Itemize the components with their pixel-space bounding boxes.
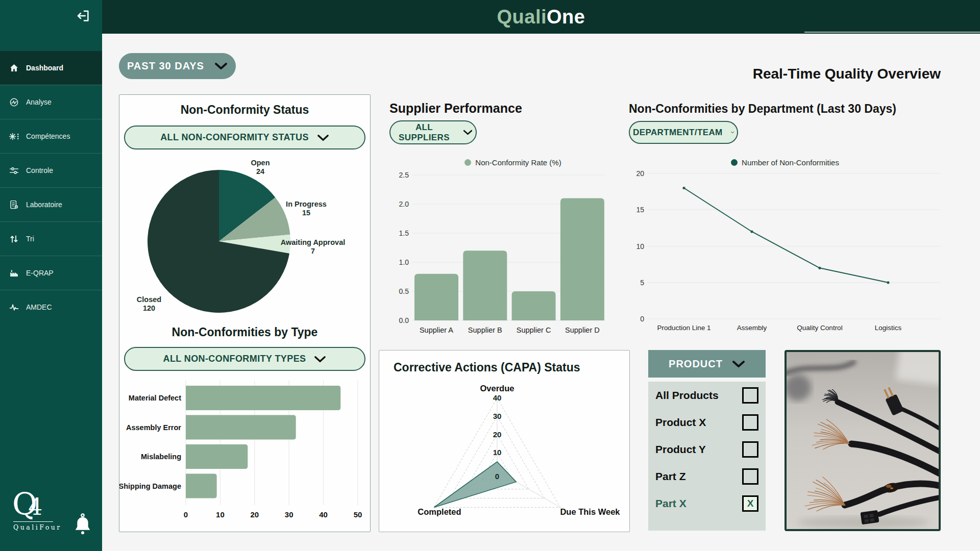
type-bar-chart: 01020304050Material DefectAssembly Error… bbox=[119, 377, 370, 524]
bell-icon[interactable] bbox=[72, 512, 93, 539]
svg-text:Supplier D: Supplier D bbox=[565, 326, 600, 334]
type-filter-dropdown[interactable]: ALL NON-CONFORMITY TYPES bbox=[124, 347, 365, 371]
sidebar-item-laboratoire[interactable]: Laboratoire bbox=[0, 187, 102, 221]
svg-text:Assembly Error: Assembly Error bbox=[126, 423, 181, 432]
svg-text:20: 20 bbox=[250, 510, 259, 519]
svg-text:Material Defect: Material Defect bbox=[129, 394, 181, 402]
app-header: QualiOne bbox=[102, 0, 980, 34]
svg-text:20: 20 bbox=[493, 430, 502, 439]
qualifour-logo: Q4 QualiFour bbox=[12, 489, 68, 531]
sidebar-item-e-qrap[interactable]: E-QRAP bbox=[0, 256, 102, 290]
sidebar-item-analyse[interactable]: Analyse bbox=[0, 85, 102, 119]
type-chart-title: Non-Conformities by Type bbox=[119, 325, 370, 339]
svg-text:30: 30 bbox=[493, 412, 502, 420]
logout-icon[interactable] bbox=[76, 8, 91, 23]
svg-text:15: 15 bbox=[636, 206, 644, 214]
sidebar-item-tri[interactable]: Tri bbox=[0, 221, 102, 256]
product-filter-label: PRODUCT bbox=[669, 358, 723, 370]
checkbox-product-x[interactable] bbox=[742, 414, 758, 431]
svg-text:0: 0 bbox=[495, 472, 499, 481]
laboratoire-icon bbox=[8, 199, 19, 210]
product-option-part-x[interactable]: Part XX bbox=[648, 490, 766, 517]
product-option-product-y[interactable]: Product Y bbox=[648, 436, 766, 463]
product-option-label: All Products bbox=[655, 389, 719, 402]
svg-text:30: 30 bbox=[285, 510, 293, 519]
department-filter-label: DEPARTMENT/TEAM bbox=[633, 128, 723, 138]
product-option-list: All ProductsProduct XProduct YPart ZPart… bbox=[648, 382, 766, 531]
controle-icon bbox=[8, 165, 19, 176]
supplier-chart-title: Supplier Performance bbox=[389, 101, 522, 116]
svg-text:1.0: 1.0 bbox=[399, 258, 409, 266]
capa-status-card: Corrective Actions (CAPA) Status 1020304… bbox=[379, 350, 630, 532]
svg-text:Shipping Damage: Shipping Damage bbox=[119, 482, 181, 490]
chevron-down-icon bbox=[463, 129, 473, 136]
product-option-label: Part X bbox=[655, 497, 687, 510]
time-filter-dropdown[interactable]: PAST 30 DAYS bbox=[119, 53, 236, 79]
sidebar-item-controle[interactable]: Controle bbox=[0, 153, 102, 187]
type-filter-label: ALL NON-CONFORMITY TYPES bbox=[163, 354, 306, 364]
qualione-logo: QualiOne bbox=[497, 6, 585, 28]
svg-text:Supplier C: Supplier C bbox=[517, 326, 551, 334]
sidebar: DashboardAnalyseCompétencesControleLabor… bbox=[0, 0, 102, 551]
header-edge-line bbox=[804, 32, 980, 33]
capa-chart-title: Corrective Actions (CAPA) Status bbox=[394, 361, 580, 374]
svg-text:0: 0 bbox=[184, 510, 188, 519]
product-option-all-products[interactable]: All Products bbox=[648, 382, 766, 409]
chevron-down-icon bbox=[214, 62, 228, 70]
department-filter-dropdown[interactable]: DEPARTMENT/TEAM bbox=[629, 121, 738, 144]
checkbox-part-z[interactable] bbox=[742, 468, 758, 485]
chevron-down-icon bbox=[317, 134, 329, 141]
product-filter-dropdown[interactable]: PRODUCT bbox=[648, 350, 766, 378]
product-option-label: Product Y bbox=[655, 443, 706, 456]
supplier-filter-label: ALL SUPPLIERS bbox=[394, 122, 455, 143]
department-legend: Number of Non-Conformities bbox=[627, 158, 943, 167]
status-filter-dropdown[interactable]: ALL NON-CONFORMITY STATUS bbox=[124, 126, 365, 149]
non-conformity-status-card: Non-Conformity Status ALL NON-CONFORMITY… bbox=[119, 94, 371, 532]
svg-text:Mislabeling: Mislabeling bbox=[141, 453, 181, 461]
logo-part-one: One bbox=[547, 6, 585, 28]
svg-text:Completed: Completed bbox=[418, 507, 461, 516]
checkbox-product-y[interactable] bbox=[742, 441, 758, 458]
amdec-icon bbox=[8, 302, 19, 313]
department-chart-title: Non-Conformities by Department (Last 30 … bbox=[629, 102, 896, 116]
qualione-dashboard: DashboardAnalyseCompétencesControleLabor… bbox=[0, 0, 980, 551]
sidebar-item-dashboard[interactable]: Dashboard bbox=[0, 51, 102, 85]
svg-text:0.5: 0.5 bbox=[399, 287, 409, 295]
supplier-filter-dropdown[interactable]: ALL SUPPLIERS bbox=[389, 120, 477, 144]
svg-text:Closed120: Closed120 bbox=[137, 295, 161, 312]
sidebar-item-label: Compétences bbox=[26, 132, 70, 140]
product-option-label: Part Z bbox=[655, 470, 686, 483]
capa-radar-chart: 102030400OverdueDue This WeekCompleted bbox=[379, 381, 629, 530]
sidebar-item-label: Controle bbox=[26, 166, 53, 174]
checkbox-all-products[interactable] bbox=[742, 387, 758, 404]
svg-text:Awaiting Approval7: Awaiting Approval7 bbox=[281, 238, 346, 255]
home-icon bbox=[8, 62, 19, 73]
svg-text:40: 40 bbox=[319, 510, 328, 519]
svg-text:20: 20 bbox=[636, 169, 644, 178]
supplier-bar-chart: 0.00.51.01.52.02.5Supplier ASupplier BSu… bbox=[390, 169, 635, 340]
svg-text:Supplier B: Supplier B bbox=[468, 326, 502, 334]
sidebar-item-label: Tri bbox=[26, 235, 34, 243]
chevron-down-icon bbox=[731, 129, 734, 136]
tri-icon bbox=[8, 233, 19, 244]
svg-text:2.0: 2.0 bbox=[399, 200, 409, 208]
time-filter-label: PAST 30 DAYS bbox=[127, 60, 204, 72]
department-legend-dot bbox=[731, 159, 738, 166]
eqrap-icon bbox=[8, 267, 19, 279]
supplier-legend-label: Non-Conformity Rate (%) bbox=[475, 158, 561, 167]
sidebar-item-label: AMDEC bbox=[26, 303, 52, 311]
status-filter-label: ALL NON-CONFORMITY STATUS bbox=[160, 132, 309, 143]
checkbox-part-x[interactable]: X bbox=[742, 495, 758, 512]
svg-text:Assembly: Assembly bbox=[737, 324, 767, 332]
logo-monogram-4: 4 bbox=[28, 494, 42, 520]
sidebar-item-amdec[interactable]: AMDEC bbox=[0, 290, 102, 324]
svg-text:1.5: 1.5 bbox=[399, 229, 409, 237]
competences-icon bbox=[8, 131, 19, 142]
product-option-label: Product X bbox=[655, 416, 706, 429]
page-title: Real-Time Quality Overview bbox=[753, 66, 941, 82]
svg-text:Logistics: Logistics bbox=[875, 324, 902, 332]
sidebar-item-competences[interactable]: Compétences bbox=[0, 119, 102, 153]
product-option-part-z[interactable]: Part Z bbox=[648, 463, 766, 490]
logo-wordmark: QualiFour bbox=[13, 523, 68, 531]
product-option-product-x[interactable]: Product X bbox=[648, 409, 766, 436]
